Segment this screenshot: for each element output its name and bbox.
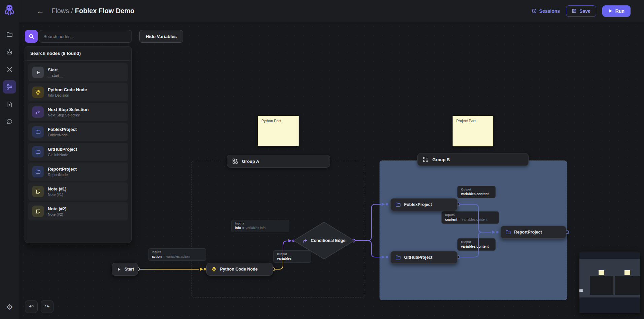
file-upload-icon — [6, 101, 13, 108]
node-reportproject[interactable]: ReportProject — [500, 226, 566, 239]
minimap-group-b — [615, 276, 640, 295]
io-key: action — [152, 255, 162, 258]
sidebar-item-folders[interactable] — [3, 28, 16, 41]
result-subtitle: Info Decision — [48, 93, 87, 97]
io-panel-inputs-content: Inputs content=variables.content — [441, 211, 499, 224]
save-label: Save — [579, 8, 591, 14]
node-start[interactable]: Start — [112, 263, 138, 276]
breadcrumb-section[interactable]: Flows — [51, 7, 69, 14]
branch-icon — [303, 238, 308, 243]
branch-icon — [32, 106, 44, 118]
breadcrumb-separator: / — [71, 7, 73, 14]
result-subtitle: FoblexNode — [48, 133, 77, 137]
io-value: variables.info — [246, 226, 265, 230]
search-button[interactable] — [25, 30, 38, 43]
folder-icon — [32, 166, 44, 177]
folder-icon — [32, 126, 44, 138]
folder-icon — [505, 229, 511, 235]
node-label: Conditional Edge — [311, 238, 346, 243]
io-header: Output — [461, 188, 492, 191]
io-panel-inputs-info: Inputs info=variables.info — [231, 220, 289, 232]
search-results-panel: Search nodes (8 found) Start__start__ Py… — [25, 46, 132, 243]
sidebar-item-chat[interactable] — [3, 115, 16, 129]
search-input[interactable] — [39, 30, 132, 43]
sidebar-item-files[interactable] — [3, 98, 16, 111]
python-icon — [32, 86, 44, 98]
io-panel-inputs-action: Inputs action=variables.action — [148, 248, 206, 261]
play-icon — [117, 267, 121, 272]
undo-icon: ↶ — [29, 303, 34, 310]
result-subtitle: Note (#1) — [48, 192, 67, 197]
run-button[interactable]: Run — [602, 5, 631, 17]
search-result-next-step-selection[interactable]: Next Step SelectionNext Step Selection — [28, 103, 128, 121]
node-foblexproject[interactable]: FoblexProject — [390, 198, 458, 211]
search-result-foblexproject[interactable]: FoblexProjectFoblexNode — [28, 123, 128, 141]
sidebar-item-agents[interactable] — [3, 45, 16, 59]
top-bar: ← Flows/Foblex Flow Demo Sessions Save — [19, 0, 644, 22]
note-text: Python Part — [261, 119, 281, 123]
redo-button[interactable]: ↷ — [41, 300, 53, 313]
minimap[interactable] — [579, 252, 640, 313]
result-title: Note (#1) — [48, 186, 67, 192]
result-title: GitHubProject — [48, 147, 77, 152]
hide-variables-button[interactable]: Hide Variables — [139, 30, 183, 43]
result-subtitle: Note (#2) — [48, 212, 67, 216]
io-eq: = — [163, 255, 165, 258]
undo-button[interactable]: ↶ — [25, 300, 38, 313]
result-subtitle: GitHubNode — [48, 153, 77, 157]
node-label: Start — [124, 267, 134, 272]
group-label: Group A — [242, 159, 259, 164]
io-key: variables.content — [461, 245, 489, 248]
io-key: info — [235, 226, 241, 230]
back-button[interactable]: ← — [37, 7, 44, 15]
group-b-header[interactable]: Group B — [417, 153, 529, 166]
settings-gear-icon[interactable]: ⚙ — [0, 303, 19, 312]
io-key: content — [445, 218, 457, 221]
nav-rail: ⚙ — [0, 0, 19, 319]
minimap-note — [599, 270, 604, 275]
node-githubproject[interactable]: GitHubProject — [390, 251, 458, 264]
search-result-python-code-node[interactable]: Python Code NodeInfo Decision — [28, 83, 128, 101]
search-results-list: Start__start__ Python Code NodeInfo Deci… — [25, 61, 131, 223]
sticky-note-python-part[interactable]: Python Part — [258, 116, 299, 146]
folder-icon — [395, 255, 401, 260]
folder-icon — [395, 202, 401, 207]
io-panel-output-variables-content-bottom: Output variables.content — [457, 238, 496, 251]
node-conditional-edge[interactable]: Conditional Edge — [292, 220, 356, 261]
io-header: Output — [461, 240, 492, 244]
search-result-githubproject[interactable]: GitHubProjectGitHubNode — [28, 143, 128, 161]
search-result-note-2[interactable]: Note (#2)Note (#2) — [28, 202, 128, 220]
sidebar-item-flows[interactable] — [3, 80, 16, 94]
node-python-code[interactable]: Python Code Node — [206, 263, 273, 276]
group-icon — [423, 157, 428, 162]
redo-icon: ↷ — [45, 303, 49, 310]
tools-icon — [6, 66, 13, 73]
minimap-note — [624, 270, 630, 275]
sticky-note-project-part[interactable]: Project Part — [453, 116, 493, 146]
result-title: Next Step Selection — [48, 107, 88, 112]
group-a-header[interactable]: Group A — [227, 155, 330, 168]
search-result-note-1[interactable]: Note (#1)Note (#1) — [28, 182, 128, 201]
result-title: Start — [48, 67, 63, 73]
search-icon — [29, 34, 34, 39]
flow-nodes-icon — [6, 83, 13, 90]
sessions-button[interactable]: Sessions — [531, 8, 560, 14]
search-results-title: Search nodes (8 found) — [25, 46, 131, 61]
save-button[interactable]: Save — [566, 5, 596, 17]
sidebar-item-tools[interactable] — [3, 63, 16, 76]
io-value: variables.action — [166, 255, 189, 258]
search-result-start[interactable]: Start__start__ — [28, 63, 128, 81]
node-label: FoblexProject — [404, 202, 432, 207]
io-header: Inputs — [152, 250, 203, 254]
history-clock-icon — [531, 8, 537, 14]
node-label: GitHubProject — [404, 255, 432, 260]
search-result-reportproject[interactable]: ReportProjectReportNode — [28, 163, 128, 181]
note-text: Project Part — [456, 119, 475, 123]
chat-icon — [6, 118, 13, 125]
io-eq: = — [459, 218, 461, 221]
minimap-group-a — [590, 276, 613, 295]
run-play-icon — [608, 9, 613, 13]
folder-icon — [32, 146, 44, 157]
result-subtitle: __start__ — [48, 73, 63, 77]
robot-icon — [6, 48, 13, 55]
